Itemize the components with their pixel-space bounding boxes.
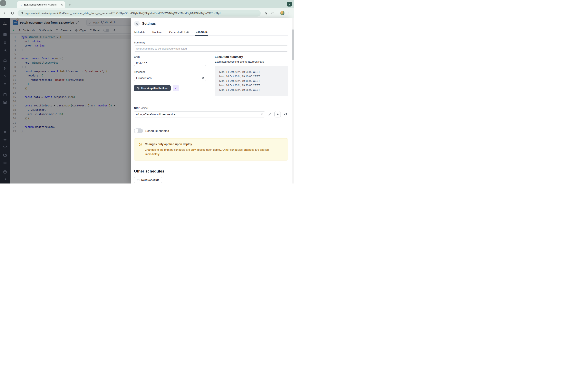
drawer-title: Settings	[142, 22, 156, 26]
url-text: app.windmill.dev/scripts/edit/f/bd/fetch…	[26, 12, 258, 15]
schedule-enabled-label: Schedule enabled	[145, 129, 169, 133]
clock-icon	[137, 87, 140, 90]
calendar-icon	[137, 179, 140, 182]
resource-input[interactable]	[134, 111, 265, 117]
windmill-app: TS Fetch customer data from EE service P…	[0, 18, 294, 184]
close-icon[interactable]	[134, 21, 140, 26]
arg-name: res*	[134, 106, 140, 109]
timezone-input[interactable]	[134, 75, 206, 81]
upcoming-events-box: Mon, 14 Oct 2024, 19:05:00 CESTMon, 14 O…	[215, 66, 288, 96]
event-row: Mon, 14 Oct 2024, 19:10:00 CEST	[218, 74, 285, 79]
reload-icon[interactable]	[9, 10, 16, 16]
alert-circle-icon	[139, 143, 142, 156]
edit-resource-pencil-icon[interactable]	[267, 112, 272, 117]
schedule-enabled-toggle[interactable]	[134, 128, 143, 133]
refresh-resource-icon[interactable]	[283, 112, 288, 117]
url-bar[interactable]: app.windmill.dev/scripts/edit/f/bd/fetch…	[17, 10, 261, 17]
other-schedules-title: Other schedules	[134, 169, 288, 174]
drawer-scrollbar[interactable]	[292, 18, 294, 184]
summary-label: Summary	[134, 41, 288, 44]
info-icon	[186, 31, 189, 33]
event-row: Mon, 14 Oct 2024, 19:05:00 CEST	[218, 70, 285, 74]
back-icon[interactable]	[2, 10, 9, 16]
add-resource-plus-button[interactable]	[274, 111, 281, 117]
execution-summary-title: Execution summary	[215, 55, 288, 58]
bookmark-star-icon[interactable]	[263, 10, 269, 16]
required-asterisk: *	[139, 106, 140, 109]
clear-timezone-icon[interactable]	[202, 77, 204, 79]
forward-icon[interactable]	[0, 0, 6, 6]
tab-metadata[interactable]: Metadata	[134, 30, 146, 36]
cron-input[interactable]	[134, 60, 206, 66]
warning-body: Changes to the primary schedule are only…	[145, 148, 283, 156]
tab-close-icon[interactable]	[60, 3, 64, 7]
scrollbar-thumb[interactable]	[292, 29, 294, 60]
tab-title: Edit Script f/bd/fetch_custom	[24, 3, 58, 6]
ai-wand-button[interactable]	[173, 85, 179, 91]
timezone-label: Timezone	[134, 70, 206, 73]
arg-type: object	[141, 107, 148, 109]
tab-runtime[interactable]: Runtime	[152, 30, 163, 36]
new-schedule-button[interactable]: New Schedule	[134, 177, 162, 183]
clear-resource-icon[interactable]	[261, 113, 263, 116]
warning-title: Changes only applied upon deploy	[145, 142, 283, 146]
tab-schedule[interactable]: Schedule	[195, 30, 208, 36]
event-row: Mon, 14 Oct 2024, 19:25:00 CEST	[218, 88, 285, 92]
summary-input[interactable]	[134, 45, 288, 52]
site-settings-icon[interactable]	[20, 12, 24, 15]
browser-toolbar: app.windmill.dev/scripts/edit/f/bd/fetch…	[0, 8, 294, 18]
tab-generated-ui[interactable]: Generated UI	[169, 30, 189, 36]
windmill-favicon-icon	[19, 3, 22, 6]
browser-tab[interactable]: Edit Script f/bd/fetch_custom	[17, 1, 65, 8]
cron-label: Cron	[134, 55, 206, 58]
new-tab-button[interactable]	[67, 2, 72, 7]
settings-drawer: Settings Metadata Runtime Generated UI S…	[131, 18, 292, 184]
browser-tabstrip: Edit Script f/bd/fetch_custom	[0, 0, 294, 8]
settings-tabs: Metadata Runtime Generated UI Schedule	[134, 30, 288, 36]
use-simplified-builder-button[interactable]: Use simplified builder	[134, 85, 171, 91]
profile-avatar[interactable]	[280, 11, 285, 15]
menu-kebab-icon[interactable]	[285, 10, 292, 16]
event-row: Mon, 14 Oct 2024, 19:20:00 CEST	[218, 83, 285, 88]
execution-summary-subtitle: Estimated upcoming events (Europe/Paris)	[215, 60, 288, 63]
extensions-puzzle-icon[interactable]	[270, 10, 276, 16]
tab-search-button[interactable]	[287, 2, 292, 7]
deploy-warning: Changes only applied upon deploy Changes…	[134, 138, 288, 160]
wand-icon	[174, 87, 177, 90]
event-row: Mon, 14 Oct 2024, 19:15:00 CEST	[218, 79, 285, 83]
